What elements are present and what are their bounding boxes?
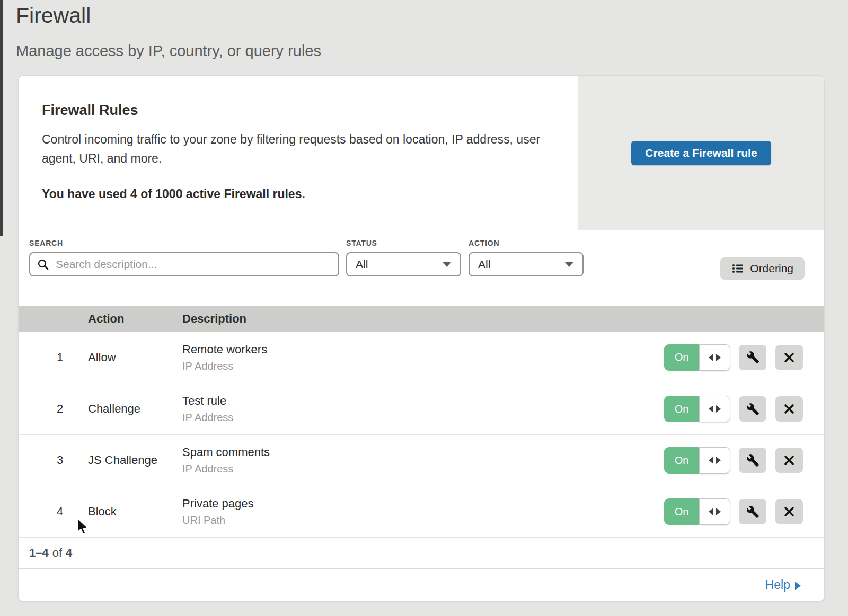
rule-action: Challenge bbox=[88, 402, 182, 416]
toggle-handle[interactable] bbox=[699, 396, 730, 422]
status-selected-value: All bbox=[356, 258, 368, 271]
table-header: Action Description bbox=[19, 306, 824, 332]
rule-enabled-toggle[interactable]: On bbox=[664, 447, 730, 474]
help-link[interactable]: Help bbox=[765, 578, 801, 592]
wrench-icon bbox=[746, 403, 759, 416]
firewall-rules-card: Firewall Rules Control incoming traffic … bbox=[19, 76, 824, 601]
table-row: 2 Challenge Test rule IP Address On bbox=[19, 383, 824, 434]
rules-list: 1 Allow Remote workers IP Address On bbox=[19, 332, 824, 537]
ordered-list-icon bbox=[731, 262, 744, 275]
close-icon bbox=[783, 454, 795, 466]
arrow-right-icon bbox=[716, 354, 721, 361]
rule-description-cell: Spam comments IP Address bbox=[182, 445, 664, 475]
rule-priority: 1 bbox=[19, 351, 88, 364]
rule-priority: 4 bbox=[19, 505, 88, 519]
filters-bar: SEARCH STATUS All ACTION All bbox=[19, 230, 824, 306]
rule-description-cell: Remote workers IP Address bbox=[182, 343, 664, 372]
status-label: STATUS bbox=[346, 239, 461, 247]
toggle-handle[interactable] bbox=[699, 344, 730, 371]
arrow-right-icon bbox=[795, 582, 801, 590]
page-title: Firewall bbox=[16, 3, 91, 28]
rule-description-cell: Test rule IP Address bbox=[182, 394, 664, 424]
rule-enabled-toggle[interactable]: On bbox=[664, 396, 730, 422]
create-rule-panel: Create a Firewall rule bbox=[578, 76, 824, 230]
search-field-wrap bbox=[29, 252, 339, 276]
table-row: 1 Allow Remote workers IP Address On bbox=[19, 332, 824, 383]
toggle-on-label: On bbox=[664, 447, 699, 474]
arrow-left-icon bbox=[709, 354, 713, 361]
wrench-icon bbox=[746, 505, 759, 519]
rules-intro-section: Firewall Rules Control incoming traffic … bbox=[19, 76, 824, 230]
ordering-button-label: Ordering bbox=[750, 262, 793, 275]
create-firewall-rule-button[interactable]: Create a Firewall rule bbox=[631, 141, 771, 165]
delete-rule-button[interactable] bbox=[775, 448, 803, 473]
arrow-left-icon bbox=[709, 508, 713, 515]
rule-action: Allow bbox=[88, 351, 182, 364]
rule-priority: 3 bbox=[19, 453, 88, 467]
rule-description: Remote workers bbox=[182, 343, 664, 356]
toggle-on-label: On bbox=[664, 344, 699, 371]
rule-enabled-toggle[interactable]: On bbox=[664, 344, 730, 371]
table-row: 3 JS Challenge Spam comments IP Address … bbox=[19, 434, 824, 486]
help-link-label: Help bbox=[765, 578, 790, 592]
delete-rule-button[interactable] bbox=[775, 499, 803, 524]
action-selected-value: All bbox=[478, 258, 490, 271]
rule-description: Private pages bbox=[182, 497, 664, 511]
status-select[interactable]: All bbox=[346, 252, 461, 276]
ordering-button[interactable]: Ordering bbox=[720, 257, 805, 280]
pagination-bar: 1–4 of 4 bbox=[19, 537, 824, 568]
rule-controls: On bbox=[664, 396, 824, 422]
rule-priority: 2 bbox=[19, 402, 88, 416]
ordering-group: Ordering bbox=[720, 257, 805, 280]
wrench-icon bbox=[746, 351, 759, 364]
arrow-right-icon bbox=[716, 405, 721, 413]
rules-intro-text: Firewall Rules Control incoming traffic … bbox=[19, 76, 578, 230]
rule-action: JS Challenge bbox=[88, 453, 182, 467]
action-filter-group: ACTION All bbox=[469, 239, 584, 276]
pagination-range: 1–4 bbox=[29, 546, 49, 560]
rule-controls: On bbox=[664, 447, 824, 474]
edit-rule-button[interactable] bbox=[739, 499, 766, 524]
status-filter-group: STATUS All bbox=[346, 239, 461, 276]
rule-description: Test rule bbox=[182, 394, 664, 408]
arrow-right-icon bbox=[716, 508, 721, 515]
search-filter-group: SEARCH bbox=[29, 239, 339, 276]
toggle-on-label: On bbox=[664, 498, 699, 525]
column-header-description: Description bbox=[182, 312, 664, 326]
search-input[interactable] bbox=[29, 252, 339, 276]
rule-match-field: IP Address bbox=[182, 360, 664, 372]
close-icon bbox=[783, 506, 795, 517]
chevron-down-icon bbox=[564, 262, 574, 267]
toggle-handle[interactable] bbox=[699, 447, 730, 474]
rule-controls: On bbox=[664, 498, 824, 525]
page-subtitle: Manage access by IP, country, or query r… bbox=[16, 42, 321, 60]
close-icon bbox=[783, 352, 795, 363]
pagination-separator: of bbox=[52, 546, 62, 560]
delete-rule-button[interactable] bbox=[775, 396, 803, 422]
card-footer: Help bbox=[19, 568, 824, 601]
rule-action: Block bbox=[88, 505, 182, 519]
action-label: ACTION bbox=[469, 239, 584, 247]
action-select[interactable]: All bbox=[469, 252, 584, 276]
toggle-on-label: On bbox=[664, 396, 699, 422]
arrow-right-icon bbox=[716, 457, 721, 464]
edit-rule-button[interactable] bbox=[739, 448, 766, 473]
rules-usage-note: You have used 4 of 1000 active Firewall … bbox=[42, 187, 556, 201]
wrench-icon bbox=[746, 454, 759, 467]
chevron-down-icon bbox=[442, 262, 452, 267]
rule-match-field: IP Address bbox=[182, 463, 664, 475]
rule-match-field: URI Path bbox=[182, 514, 664, 526]
window-edge bbox=[0, 0, 3, 236]
toggle-handle[interactable] bbox=[699, 498, 730, 525]
edit-rule-button[interactable] bbox=[739, 345, 766, 370]
edit-rule-button[interactable] bbox=[739, 396, 766, 422]
table-row: 4 Block Private pages URI Path On bbox=[19, 486, 824, 537]
rules-card-description: Control incoming traffic to your zone by… bbox=[42, 130, 545, 168]
rule-description-cell: Private pages URI Path bbox=[182, 497, 664, 526]
delete-rule-button[interactable] bbox=[775, 345, 803, 370]
search-label: SEARCH bbox=[29, 239, 339, 247]
rule-enabled-toggle[interactable]: On bbox=[664, 498, 730, 525]
search-icon bbox=[37, 258, 49, 271]
pagination-total: 4 bbox=[66, 546, 72, 560]
column-header-action: Action bbox=[88, 312, 182, 326]
